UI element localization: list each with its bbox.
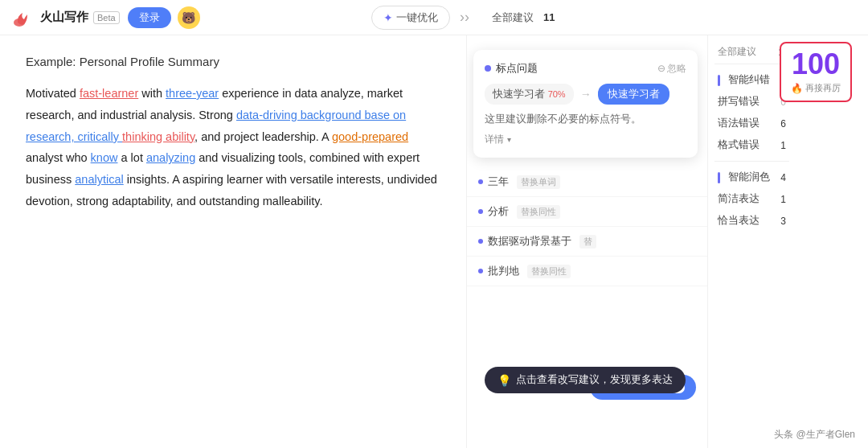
optimize-button[interactable]: ✦ 一键优化 bbox=[371, 6, 450, 30]
navbar: 火山写作 Beta 登录 🐻 ✦ 一键优化 ›› 全部建议 11 bbox=[0, 0, 868, 35]
card-description: 这里建议删除不必要的标点符号。 bbox=[485, 113, 686, 126]
tooltip-overlay: 💡 点击查看改写建议，发现更多表达 bbox=[485, 367, 686, 393]
highlight-know: know bbox=[91, 151, 118, 164]
doc-title: Example: Personal Profile Summary bbox=[26, 55, 440, 68]
dot-icon bbox=[478, 209, 483, 214]
sidebar-item-grammar[interactable]: 语法错误 6 bbox=[714, 113, 789, 134]
concise-count: 1 bbox=[780, 194, 786, 205]
highlight-thinking: thinking ability bbox=[122, 130, 194, 143]
item-label-2: 分析 bbox=[488, 204, 509, 219]
doc-content[interactable]: Motivated fast-learner with three-year e… bbox=[26, 83, 440, 212]
item-label-3: 数据驱动背景基于 bbox=[488, 234, 571, 249]
highlight-fast-learner: fast-learner bbox=[80, 87, 138, 100]
logo-area: 火山写作 Beta bbox=[13, 8, 120, 27]
dot-icon bbox=[478, 269, 483, 273]
list-item-2[interactable]: 分析 替换同性 bbox=[467, 197, 707, 227]
item-tag-2: 替换同性 bbox=[517, 205, 560, 219]
smart-polish-count: 4 bbox=[780, 172, 786, 183]
chevron-down-icon: ▾ bbox=[507, 135, 511, 144]
card-type-label: 标点问题 bbox=[496, 61, 538, 76]
section-indicator bbox=[718, 75, 720, 86]
word-original: 快速学习者 70% bbox=[485, 84, 574, 105]
suggestions-panel: 标点问题 ⊖ 忽略 快速学习者 70% → 快速学习者 这里建议删除不必要的标点… bbox=[466, 35, 707, 448]
card-detail-button[interactable]: 详情 ▾ bbox=[485, 133, 686, 146]
all-suggestions-title: 全部建议 11 bbox=[714, 45, 789, 59]
tooltip-text: 点击查看改写建议，发现更多表达 bbox=[516, 373, 673, 387]
sidebar-item-concise[interactable]: 简洁表达 1 bbox=[714, 188, 789, 210]
word-arrow: → bbox=[580, 88, 592, 101]
card-ignore-button[interactable]: ⊖ 忽略 bbox=[657, 62, 686, 76]
item-tag-1: 替换单词 bbox=[517, 175, 560, 189]
navbar-center: ✦ 一键优化 ›› 全部建议 11 bbox=[371, 6, 555, 30]
card-dot bbox=[485, 65, 491, 72]
avatar-button[interactable]: 🐻 bbox=[178, 6, 200, 29]
editor-area: Example: Personal Profile Summary Motiva… bbox=[0, 35, 466, 448]
suggestion-card: 标点问题 ⊖ 忽略 快速学习者 70% → 快速学习者 这里建议删除不必要的标点… bbox=[473, 50, 698, 158]
dot-icon bbox=[478, 179, 483, 184]
suggestions-label: 全部建议 bbox=[492, 10, 534, 25]
logo-text: 火山写作 bbox=[40, 10, 88, 25]
main-layout: Example: Personal Profile Summary Motiva… bbox=[0, 35, 868, 448]
word-compare: 快速学习者 70% → 快速学习者 bbox=[485, 84, 686, 105]
score-label: 🔥 再接再厉 bbox=[791, 82, 841, 94]
dot-icon bbox=[478, 239, 483, 244]
list-item-4[interactable]: 批判地 替换同性 bbox=[467, 257, 707, 286]
sidebar-item-spelling[interactable]: 拼写错误 0 bbox=[714, 91, 789, 113]
item-label-4: 批判地 bbox=[488, 264, 519, 278]
highlight-analytical: analytical bbox=[75, 173, 123, 186]
logo-icon bbox=[13, 8, 35, 27]
format-count: 1 bbox=[780, 140, 786, 151]
beta-badge: Beta bbox=[93, 11, 120, 24]
suggestions-count: 11 bbox=[543, 11, 555, 23]
item-label-1: 三年 bbox=[488, 175, 509, 189]
highlight-analyzing: analyzing bbox=[146, 151, 195, 164]
ignore-circle-icon: ⊖ bbox=[657, 63, 665, 74]
grammar-count: 6 bbox=[780, 118, 786, 129]
score-badge: 100 🔥 再接再厉 bbox=[780, 42, 852, 102]
word-suggested[interactable]: 快速学习者 bbox=[598, 84, 669, 105]
more-button[interactable]: ›› bbox=[457, 9, 473, 26]
score-number: 100 bbox=[791, 50, 841, 79]
item-tag-4: 替换同性 bbox=[527, 265, 571, 278]
sidebar-item-appropriate[interactable]: 恰当表达 3 bbox=[714, 210, 789, 232]
score-emoji: 🔥 bbox=[791, 83, 803, 94]
word-count: 70% bbox=[548, 89, 566, 99]
watermark: 头条 @生产者Glen bbox=[774, 428, 855, 442]
card-header: 标点问题 ⊖ 忽略 bbox=[485, 61, 686, 76]
highlight-three-year: three-year bbox=[166, 87, 219, 100]
sidebar-item-format[interactable]: 格式错误 1 bbox=[714, 134, 789, 156]
highlight-good-prepared: good-prepared bbox=[332, 130, 408, 143]
sidebar-divider-2 bbox=[714, 161, 789, 162]
list-item-3[interactable]: 数据驱动背景基于 替 bbox=[467, 227, 707, 257]
item-tag-3: 替 bbox=[579, 235, 596, 249]
list-item-1[interactable]: 三年 替换单词 bbox=[467, 167, 707, 197]
appropriate-count: 3 bbox=[780, 216, 786, 227]
tooltip-icon: 💡 bbox=[497, 374, 511, 387]
spark-icon: ✦ bbox=[383, 11, 393, 24]
login-button[interactable]: 登录 bbox=[128, 7, 171, 28]
sidebar-divider bbox=[714, 64, 789, 64]
section-indicator-2 bbox=[718, 172, 720, 183]
sidebar-item-smart-correction[interactable]: 智能纠错 7 bbox=[714, 69, 789, 91]
sidebar-item-smart-polish[interactable]: 智能润色 4 bbox=[714, 166, 789, 188]
